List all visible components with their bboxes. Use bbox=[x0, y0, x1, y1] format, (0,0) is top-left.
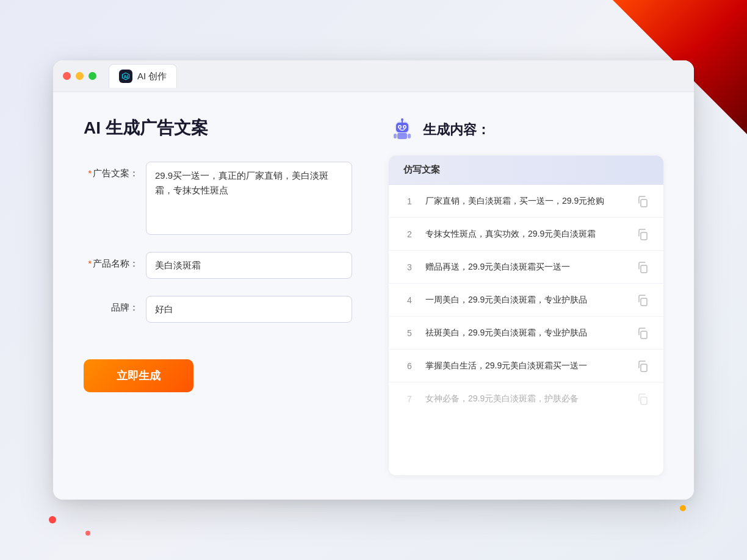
svg-rect-14 bbox=[641, 232, 647, 240]
result-header: 生成内容： bbox=[389, 117, 663, 143]
product-name-label: *产品名称： bbox=[84, 252, 139, 270]
svg-rect-17 bbox=[641, 331, 647, 339]
svg-rect-16 bbox=[641, 298, 647, 306]
ai-tab-icon: AI bbox=[119, 70, 132, 83]
browser-window: AI AI 创作 AI 生成广告文案 *广告文案： 29.9买一送一，真正的厂家… bbox=[53, 60, 694, 500]
result-card: 仿写文案 1 厂家直销，美白淡斑霜，买一送一，29.9元抢购 2 专抹女性斑点，… bbox=[389, 156, 663, 475]
result-num: 7 bbox=[403, 394, 416, 404]
left-panel: AI 生成广告文案 *广告文案： 29.9买一送一，真正的厂家直销，美白淡斑霜，… bbox=[84, 117, 352, 475]
result-text: 祛斑美白，29.9元美白淡斑霜，专业护肤品 bbox=[425, 326, 627, 339]
result-item: 7 女神必备，29.9元美白淡斑霜，护肤必备 bbox=[389, 382, 663, 415]
brand-group: 品牌： 好白 bbox=[84, 296, 352, 323]
svg-rect-12 bbox=[408, 134, 411, 138]
ad-copy-label: *广告文案： bbox=[84, 162, 139, 179]
required-star-2: * bbox=[88, 258, 92, 268]
decoration-dot-3 bbox=[680, 505, 686, 511]
close-button[interactable] bbox=[63, 72, 71, 80]
generate-button[interactable]: 立即生成 bbox=[84, 359, 193, 392]
result-num: 6 bbox=[403, 361, 416, 371]
copy-icon[interactable] bbox=[637, 360, 649, 372]
right-panel: 生成内容： 仿写文案 1 厂家直销，美白淡斑霜，买一送一，29.9元抢购 2 专… bbox=[389, 117, 663, 475]
ad-copy-input[interactable]: 29.9买一送一，真正的厂家直销，美白淡斑霜，专抹女性斑点 bbox=[146, 162, 352, 235]
svg-rect-19 bbox=[641, 397, 647, 404]
result-card-header: 仿写文案 bbox=[389, 156, 663, 185]
svg-rect-11 bbox=[394, 134, 397, 138]
decoration-dot-2 bbox=[85, 531, 90, 536]
copy-icon[interactable] bbox=[637, 393, 649, 405]
result-item: 2 专抹女性斑点，真实功效，29.9元美白淡斑霜 bbox=[389, 218, 663, 251]
copy-icon[interactable] bbox=[637, 195, 649, 207]
copy-icon[interactable] bbox=[637, 327, 649, 339]
result-item: 4 一周美白，29.9元美白淡斑霜，专业护肤品 bbox=[389, 284, 663, 317]
result-text: 女神必备，29.9元美白淡斑霜，护肤必备 bbox=[425, 392, 627, 405]
product-name-group: *产品名称： 美白淡斑霜 bbox=[84, 252, 352, 279]
svg-rect-15 bbox=[641, 265, 647, 273]
browser-tab[interactable]: AI AI 创作 bbox=[109, 64, 177, 88]
result-num: 4 bbox=[403, 295, 416, 305]
result-item: 1 厂家直销，美白淡斑霜，买一送一，29.9元抢购 bbox=[389, 185, 663, 218]
result-num: 1 bbox=[403, 196, 416, 206]
result-text: 赠品再送，29.9元美白淡斑霜买一送一 bbox=[425, 260, 627, 273]
result-num: 3 bbox=[403, 262, 416, 272]
result-list: 1 厂家直销，美白淡斑霜，买一送一，29.9元抢购 2 专抹女性斑点，真实功效，… bbox=[389, 185, 663, 415]
minimize-button[interactable] bbox=[76, 72, 84, 80]
result-text: 专抹女性斑点，真实功效，29.9元美白淡斑霜 bbox=[425, 228, 627, 240]
result-text: 厂家直销，美白淡斑霜，买一送一，29.9元抢购 bbox=[425, 195, 627, 207]
svg-point-6 bbox=[399, 126, 401, 128]
page-title: AI 生成广告文案 bbox=[84, 117, 352, 140]
result-item: 6 掌握美白生活，29.9元美白淡斑霜买一送一 bbox=[389, 350, 663, 382]
maximize-button[interactable] bbox=[88, 72, 96, 80]
robot-icon bbox=[389, 117, 416, 143]
ad-copy-group: *广告文案： 29.9买一送一，真正的厂家直销，美白淡斑霜，专抹女性斑点 bbox=[84, 162, 352, 235]
svg-text:AI: AI bbox=[124, 74, 128, 79]
svg-rect-10 bbox=[397, 133, 407, 139]
copy-icon[interactable] bbox=[637, 228, 649, 240]
result-text: 掌握美白生活，29.9元美白淡斑霜买一送一 bbox=[425, 359, 627, 372]
svg-rect-18 bbox=[641, 364, 647, 372]
brand-label: 品牌： bbox=[84, 296, 139, 314]
main-content: AI 生成广告文案 *广告文案： 29.9买一送一，真正的厂家直销，美白淡斑霜，… bbox=[53, 92, 694, 500]
svg-rect-13 bbox=[641, 199, 647, 207]
result-item: 5 祛斑美白，29.9元美白淡斑霜，专业护肤品 bbox=[389, 317, 663, 350]
title-bar: AI AI 创作 bbox=[53, 60, 694, 92]
svg-point-9 bbox=[401, 118, 403, 121]
result-num: 2 bbox=[403, 229, 416, 239]
result-title: 生成内容： bbox=[423, 121, 490, 139]
copy-icon[interactable] bbox=[637, 261, 649, 273]
decoration-dot-1 bbox=[49, 516, 56, 523]
tab-title-text: AI 创作 bbox=[137, 71, 167, 82]
copy-icon[interactable] bbox=[637, 294, 649, 306]
traffic-lights bbox=[63, 72, 96, 80]
result-num: 5 bbox=[403, 328, 416, 338]
brand-input[interactable]: 好白 bbox=[146, 296, 352, 323]
svg-point-7 bbox=[404, 126, 406, 128]
result-item: 3 赠品再送，29.9元美白淡斑霜买一送一 bbox=[389, 251, 663, 284]
required-star-1: * bbox=[88, 168, 92, 178]
result-text: 一周美白，29.9元美白淡斑霜，专业护肤品 bbox=[425, 293, 627, 306]
svg-rect-3 bbox=[396, 123, 408, 132]
product-name-input[interactable]: 美白淡斑霜 bbox=[146, 252, 352, 279]
